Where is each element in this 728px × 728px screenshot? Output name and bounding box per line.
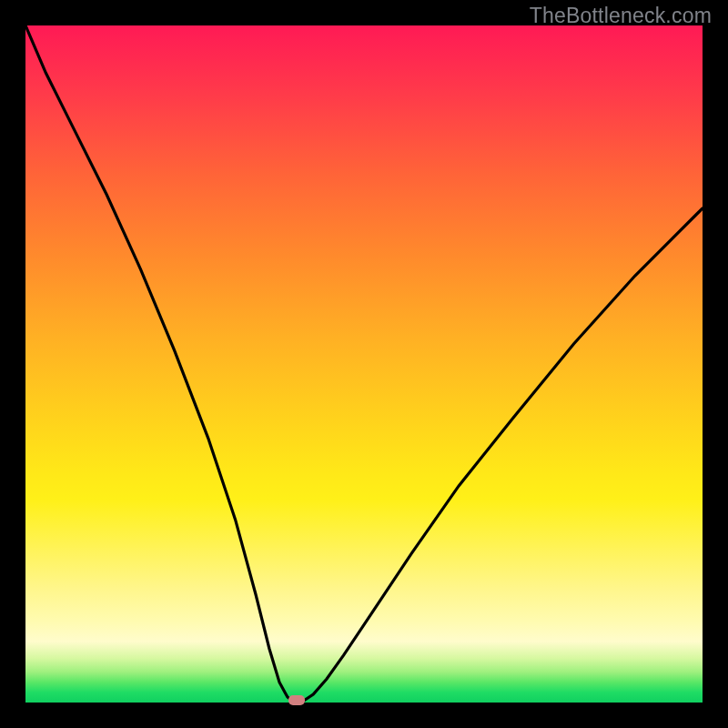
curve-left-branch: [25, 25, 293, 702]
curve-right-branch: [303, 208, 703, 702]
bottleneck-curve: [25, 25, 703, 703]
watermark-text: TheBottleneck.com: [530, 4, 712, 28]
minimum-marker: [288, 695, 305, 705]
